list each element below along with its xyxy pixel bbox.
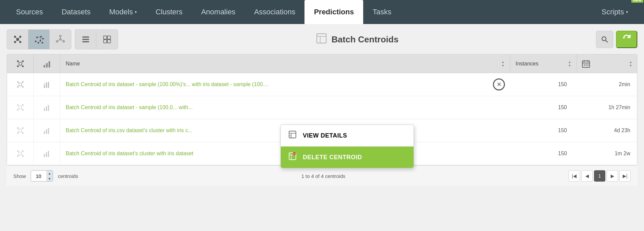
row-cluster-icon: [7, 73, 34, 96]
name-sort-arrows[interactable]: ▲▼: [501, 60, 505, 67]
search-button[interactable]: [596, 31, 613, 48]
date-column-header[interactable]: ▲▼: [577, 54, 637, 73]
search-icon: [601, 35, 609, 43]
stepper-arrows: ▲ ▼: [46, 171, 53, 181]
table-row: Batch Centroid of iris dataset - sample …: [7, 96, 637, 119]
list-view-button[interactable]: [75, 30, 96, 49]
nav-tasks[interactable]: Tasks: [363, 0, 401, 24]
refresh-button[interactable]: [616, 31, 637, 48]
cluster-row-icon: [16, 80, 25, 89]
header-icon-col1: [7, 54, 34, 73]
stepper-up[interactable]: ▲: [46, 171, 53, 176]
batch-centroids-icon: [315, 32, 328, 47]
svg-rect-71: [289, 131, 296, 138]
row-name-link[interactable]: Batch Centroid of iris dataset - sample …: [60, 104, 510, 110]
grid-icon: [102, 35, 112, 44]
svg-rect-30: [104, 40, 107, 43]
pagination-info: 1 to 4 of 4 centroids: [81, 173, 565, 179]
date-sort-arrows[interactable]: ▲▼: [629, 60, 632, 67]
page-title: Batch Centroids: [121, 32, 593, 47]
svg-rect-91: [48, 105, 49, 111]
svg-point-58: [17, 81, 19, 83]
svg-rect-50: [582, 61, 590, 67]
svg-point-74: [290, 135, 291, 137]
prev-page-button[interactable]: ◀: [581, 170, 593, 182]
instances-sort-arrows[interactable]: ▲▼: [568, 60, 571, 67]
scripts-dropdown-arrow: ▾: [626, 10, 628, 14]
delete-centroid-menu-item[interactable]: DELETE CENTROID: [281, 147, 414, 168]
svg-point-14: [37, 42, 39, 44]
svg-line-24: [61, 40, 63, 41]
svg-rect-32: [317, 34, 326, 43]
svg-point-20: [63, 40, 65, 42]
svg-point-96: [22, 132, 24, 134]
context-menu: VIEW DETAILS DELETE CENTROID: [280, 125, 414, 168]
chart-header-icon: [43, 59, 51, 68]
nav-datasets[interactable]: Datasets: [52, 0, 100, 24]
cluster-view-button[interactable]: [7, 30, 28, 49]
nav-sources[interactable]: Sources: [7, 0, 52, 24]
cluster-row-icon2: [16, 103, 25, 112]
svg-rect-113: [44, 154, 45, 157]
svg-line-6: [18, 37, 20, 39]
row-cluster-icon4: [7, 142, 34, 165]
row-date: 4d 23h: [577, 128, 637, 134]
row-name-link[interactable]: Batch Centroid of iris dataset - sample …: [60, 78, 510, 90]
svg-rect-115: [48, 151, 49, 157]
bar-chart-row-icon4: [43, 150, 51, 158]
toolbar: Batch Centroids: [7, 29, 637, 49]
row-cluster-icon3: [7, 119, 34, 142]
main-content: Batch Centroids: [0, 24, 644, 231]
row-chart-icon: [34, 73, 60, 96]
row-instances: 150: [510, 128, 577, 134]
svg-point-42: [22, 65, 24, 67]
svg-point-82: [22, 104, 24, 106]
scatter-view-button[interactable]: [28, 30, 50, 49]
page-size-input[interactable]: [31, 171, 46, 181]
svg-point-35: [602, 37, 606, 41]
nav-predictions[interactable]: Predictions: [304, 0, 363, 24]
view-mode-selector: [75, 29, 118, 49]
refresh-icon: [622, 34, 631, 43]
page-1-button[interactable]: 1: [594, 170, 605, 182]
svg-rect-47: [43, 65, 45, 67]
header-chart-col: [34, 54, 60, 73]
nav-models[interactable]: Models ▾: [100, 0, 146, 24]
instances-column-header[interactable]: Instances ▲▼: [510, 54, 577, 73]
svg-rect-90: [46, 106, 47, 111]
svg-rect-102: [46, 130, 47, 134]
table-header: Name ▲▼ Instances ▲▼: [7, 54, 637, 73]
svg-rect-89: [44, 108, 45, 111]
network-view-button[interactable]: [50, 30, 71, 49]
view-details-menu-item[interactable]: VIEW DETAILS: [281, 125, 414, 147]
first-page-button[interactable]: |◀: [569, 170, 580, 182]
svg-rect-28: [104, 36, 107, 39]
name-column-header[interactable]: Name ▲▼: [60, 54, 510, 73]
svg-rect-66: [44, 85, 45, 88]
row-date: 1h 27min: [577, 104, 637, 110]
row-menu-trigger[interactable]: ✕: [493, 78, 505, 90]
stepper-down[interactable]: ▼: [46, 176, 53, 181]
svg-point-95: [17, 132, 19, 134]
nav-associations[interactable]: Associations: [245, 0, 305, 24]
nav-clusters[interactable]: Clusters: [146, 0, 192, 24]
cluster-header-icon: [16, 59, 25, 68]
last-page-button[interactable]: ▶|: [619, 170, 631, 182]
page-size-stepper[interactable]: ▲ ▼: [31, 170, 53, 182]
pagination-controls: |◀ ◀ 1 ▶ ▶|: [569, 170, 631, 182]
svg-rect-67: [46, 83, 47, 88]
calendar-icon: [582, 59, 590, 68]
nav-scripts[interactable]: Scripts ▾ NEW: [592, 0, 637, 24]
svg-point-11: [35, 41, 36, 42]
svg-point-81: [17, 104, 19, 106]
svg-point-107: [17, 155, 19, 157]
svg-point-13: [41, 42, 43, 44]
next-page-button[interactable]: ▶: [607, 170, 618, 182]
toolbar-right-buttons: [596, 31, 637, 48]
batch-centroids-table: Name ▲▼ Instances ▲▼: [7, 54, 637, 165]
grid-view-button[interactable]: [96, 30, 118, 49]
svg-point-60: [17, 86, 19, 88]
svg-rect-68: [48, 82, 49, 88]
nav-anomalies[interactable]: Anomalies: [192, 0, 245, 24]
cluster-row-icon4: [16, 149, 25, 158]
